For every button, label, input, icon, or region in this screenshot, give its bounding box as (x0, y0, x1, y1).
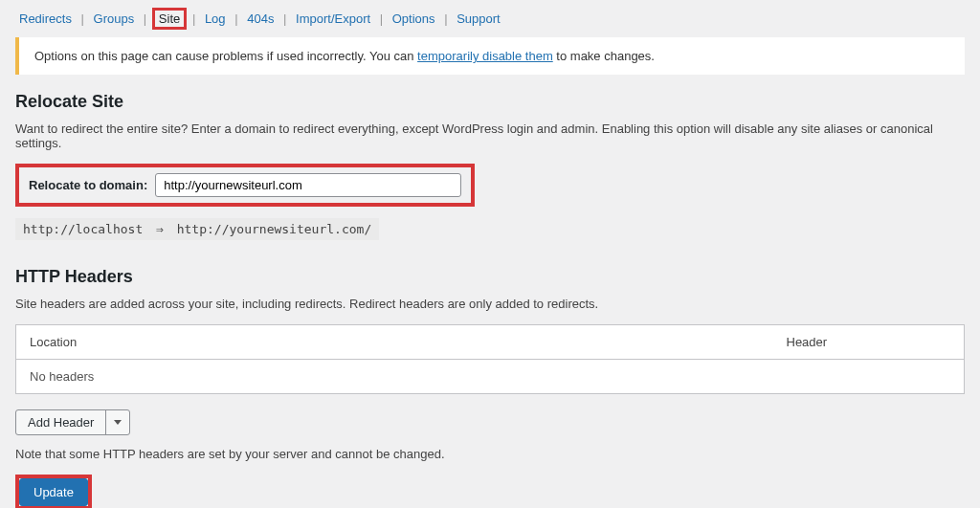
tab-redirects[interactable]: Redirects (15, 10, 76, 28)
headers-table: Location Header No headers (15, 324, 965, 394)
tab-support[interactable]: Support (453, 10, 504, 28)
update-wrap: Update (15, 475, 92, 508)
notice-text-post: to make changes. (553, 49, 655, 63)
tab-groups[interactable]: Groups (90, 10, 139, 28)
relocate-title: Relocate Site (15, 92, 965, 112)
chevron-down-icon (114, 420, 122, 425)
tab-separator: | (192, 11, 195, 26)
arrow-icon: ⇒ (156, 222, 164, 236)
relocate-mapping: http://localhost ⇒ http://yournewsiteurl… (15, 218, 379, 240)
disable-link[interactable]: temporarily disable them (417, 49, 553, 63)
tab-log[interactable]: Log (201, 10, 230, 28)
relocate-domain-input[interactable] (155, 173, 461, 197)
tab-separator: | (81, 11, 84, 26)
mapping-from: http://localhost (23, 222, 143, 236)
relocate-label: Relocate to domain: (29, 178, 147, 192)
relocate-row: Relocate to domain: (15, 164, 475, 207)
tab-import-export[interactable]: Import/Export (292, 10, 374, 28)
col-location: Location (16, 325, 773, 360)
tab-separator: | (234, 11, 237, 26)
headers-title: HTTP Headers (15, 267, 965, 287)
relocate-desc: Want to redirect the entire site? Enter … (15, 121, 965, 150)
add-header-group: Add Header (15, 409, 130, 435)
col-header: Header (773, 325, 965, 360)
warning-notice: Options on this page can cause problems … (15, 37, 965, 75)
mapping-to: http://yournewsiteurl.com/ (177, 222, 372, 236)
headers-note: Note that some HTTP headers are set by y… (15, 447, 965, 461)
add-header-button[interactable]: Add Header (16, 410, 106, 434)
tab-separator: | (444, 11, 447, 26)
update-button[interactable]: Update (19, 478, 88, 506)
tab-options[interactable]: Options (389, 10, 439, 28)
tab-404s[interactable]: 404s (243, 10, 278, 28)
tab-separator: | (144, 11, 146, 26)
no-headers-cell: No headers (16, 360, 965, 394)
tab-separator: | (283, 11, 286, 26)
add-header-dropdown-toggle[interactable] (106, 410, 129, 434)
tab-separator: | (380, 11, 383, 26)
notice-text-pre: Options on this page can cause problems … (34, 49, 417, 63)
headers-desc: Site headers are added across your site,… (15, 297, 965, 311)
tab-site[interactable]: Site (152, 8, 187, 30)
table-row: No headers (16, 360, 965, 394)
tab-bar: Redirects | Groups | Site | Log | 404s |… (15, 11, 965, 26)
